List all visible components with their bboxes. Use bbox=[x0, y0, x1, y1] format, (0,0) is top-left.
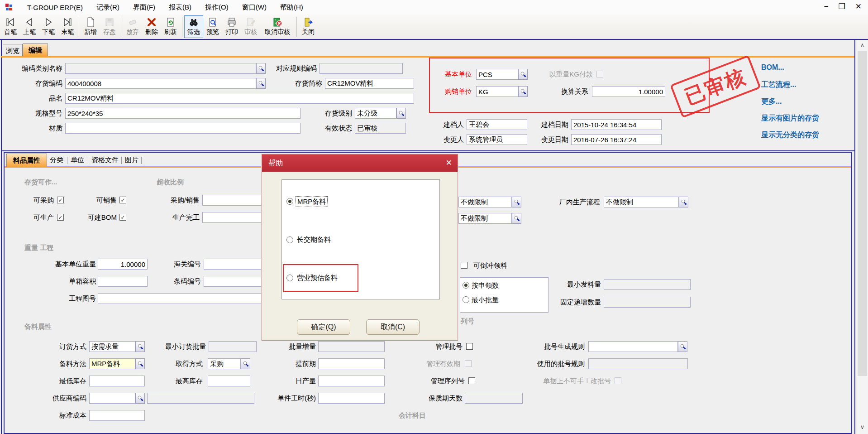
dialog-cancel-button[interactable]: 取消(C) bbox=[366, 319, 420, 335]
order-mode-input[interactable] bbox=[89, 341, 135, 352]
base-unit-weight-input[interactable] bbox=[98, 259, 148, 270]
tab-edit[interactable]: 编辑 bbox=[23, 43, 48, 56]
manage-batch-label: 管理批号 bbox=[403, 341, 463, 352]
scrollbar-thumb[interactable] bbox=[858, 51, 867, 376]
first-record-button[interactable]: 首笔 bbox=[1, 15, 20, 38]
limit2-input[interactable] bbox=[458, 213, 512, 224]
toolbar-label: 存盘 bbox=[103, 28, 116, 35]
dialog-ok-button[interactable]: 确定(Q) bbox=[297, 319, 350, 335]
sellable-checkbox[interactable]: ✓ bbox=[119, 197, 126, 203]
producible-checkbox[interactable]: ✓ bbox=[57, 214, 64, 221]
inv-level-lookup-button[interactable] bbox=[396, 108, 406, 119]
subtab-qualification[interactable]: 资格文件 bbox=[91, 156, 119, 164]
max-stock-input[interactable] bbox=[208, 376, 250, 386]
restore-button[interactable]: ❐ bbox=[839, 2, 845, 11]
supplier-code-input[interactable] bbox=[89, 393, 135, 404]
by-request-label[interactable]: 按申领数 bbox=[472, 280, 526, 291]
acquire-mode-input[interactable] bbox=[208, 358, 241, 369]
limit2-lookup-button[interactable] bbox=[512, 213, 521, 224]
unit-time-input[interactable] bbox=[318, 393, 385, 404]
scroll-up-icon[interactable]: ∧ bbox=[857, 40, 868, 49]
rule-code-input[interactable] bbox=[320, 63, 403, 74]
inv-level-input[interactable] bbox=[355, 108, 396, 119]
delete-button[interactable]: 删除 bbox=[142, 15, 161, 38]
subtab-unit[interactable]: 单位 bbox=[71, 156, 84, 164]
prod-name-input[interactable] bbox=[65, 93, 414, 104]
bom-link[interactable]: BOM... bbox=[761, 63, 784, 72]
material-input[interactable] bbox=[65, 123, 300, 134]
tab-browse[interactable]: 浏览 bbox=[3, 44, 23, 56]
order-mode-lookup-button[interactable] bbox=[135, 341, 145, 352]
box-volume-input[interactable] bbox=[98, 276, 148, 287]
producible-label: 可生产 bbox=[18, 212, 54, 223]
preview-button[interactable]: 预览 bbox=[203, 15, 222, 38]
scroll-down-icon[interactable]: ∨ bbox=[857, 422, 868, 431]
prep-method-input[interactable] bbox=[89, 358, 135, 369]
spec-input[interactable] bbox=[65, 108, 300, 119]
inv-abbr-input[interactable] bbox=[325, 78, 414, 89]
menu-help[interactable]: 帮助(H) bbox=[280, 3, 303, 12]
menu-record[interactable]: 记录(R) bbox=[96, 3, 119, 12]
min-batch-label[interactable]: 最小批量 bbox=[472, 294, 526, 305]
toolbar-label: 新增 bbox=[84, 28, 97, 35]
limit1-lookup-button[interactable] bbox=[512, 197, 521, 207]
bom-buildable-checkbox[interactable]: ✓ bbox=[119, 214, 126, 221]
print-button[interactable]: 打印 bbox=[222, 15, 241, 38]
batch-rule-lookup-button[interactable] bbox=[678, 341, 687, 352]
menu-window[interactable]: 窗口(W) bbox=[242, 3, 267, 12]
subtab-item-attributes[interactable]: 料品属性 bbox=[6, 154, 47, 167]
min-stock-input[interactable] bbox=[89, 376, 145, 386]
purchasable-checkbox[interactable]: ✓ bbox=[57, 197, 64, 203]
new-button[interactable]: 新增 bbox=[81, 15, 100, 38]
erp-window: T-GROUP ERP(E) 记录(R) 界面(F) 报表(B) 操作(O) 窗… bbox=[0, 0, 868, 434]
close-form-button[interactable]: 关闭 bbox=[299, 15, 318, 38]
manage-serial-checkbox[interactable] bbox=[468, 377, 475, 384]
minimize-button[interactable]: – bbox=[824, 2, 828, 11]
toolbar: 首笔 上笔 下笔 末笔 新增 存盘 放弃 删除 bbox=[0, 14, 868, 39]
batch-rule-input[interactable] bbox=[588, 341, 678, 352]
subtab-image[interactable]: 图片 bbox=[125, 156, 138, 164]
menu-interface[interactable]: 界面(F) bbox=[133, 3, 155, 12]
min-batch-radio[interactable] bbox=[463, 296, 469, 303]
inv-code-input[interactable] bbox=[65, 78, 256, 89]
factory-flow-input[interactable] bbox=[604, 197, 679, 207]
vertical-scrollbar[interactable]: ∧ ∨ bbox=[857, 40, 868, 434]
cancel-approve-button[interactable]: 取消审核 bbox=[260, 15, 295, 38]
mrp-option-label[interactable]: MRP备料 bbox=[296, 196, 328, 207]
factory-flow-lookup-button[interactable] bbox=[679, 197, 688, 207]
process-flow-link[interactable]: 工艺流程... bbox=[761, 80, 796, 90]
menu-report[interactable]: 报表(B) bbox=[169, 3, 191, 12]
lead-time-input[interactable] bbox=[318, 358, 385, 369]
last-record-button[interactable]: 末笔 bbox=[58, 15, 77, 38]
filter-button[interactable]: 筛选 bbox=[184, 15, 203, 38]
backflush-checkbox[interactable] bbox=[461, 262, 467, 269]
supplier-code-lookup-button[interactable] bbox=[135, 393, 145, 404]
eraser-icon bbox=[127, 16, 138, 28]
prev-record-button[interactable]: 上笔 bbox=[20, 15, 39, 38]
show-unclassified-link[interactable]: 显示无分类的存货 bbox=[761, 130, 819, 140]
code-type-input[interactable] bbox=[65, 63, 256, 74]
drawing-no-input[interactable] bbox=[98, 293, 279, 304]
mrp-option-radio[interactable] bbox=[286, 198, 293, 205]
dialog-close-icon[interactable]: ✕ bbox=[446, 154, 452, 172]
next-record-button[interactable]: 下笔 bbox=[39, 15, 58, 38]
standard-cost-input[interactable] bbox=[89, 410, 145, 421]
menu-app[interactable]: T-GROUP ERP(E) bbox=[27, 4, 83, 11]
show-with-image-link[interactable]: 显示有图片的存货 bbox=[761, 114, 819, 123]
manage-batch-checkbox[interactable] bbox=[466, 343, 473, 350]
daily-output-input[interactable] bbox=[318, 376, 385, 386]
long-lead-option-label[interactable]: 长交期备料 bbox=[297, 235, 331, 245]
toolbar-label: 打印 bbox=[225, 28, 238, 35]
over-purchase-sale-label: 采购/销售 bbox=[141, 195, 200, 206]
menu-operate[interactable]: 操作(O) bbox=[205, 3, 229, 12]
more-link[interactable]: 更多... bbox=[761, 97, 782, 106]
subtab-classification[interactable]: 分类 bbox=[50, 156, 63, 164]
limit1-input[interactable] bbox=[458, 197, 512, 207]
refresh-button[interactable]: 刷新 bbox=[161, 15, 180, 38]
refresh-icon bbox=[165, 16, 176, 28]
by-request-radio[interactable] bbox=[463, 282, 469, 289]
close-button[interactable]: ✕ bbox=[855, 2, 862, 11]
min-order-batch-label: 最小订货批量 bbox=[146, 341, 206, 352]
acquire-mode-lookup-button[interactable] bbox=[241, 358, 250, 369]
nav-last-icon bbox=[62, 16, 73, 28]
